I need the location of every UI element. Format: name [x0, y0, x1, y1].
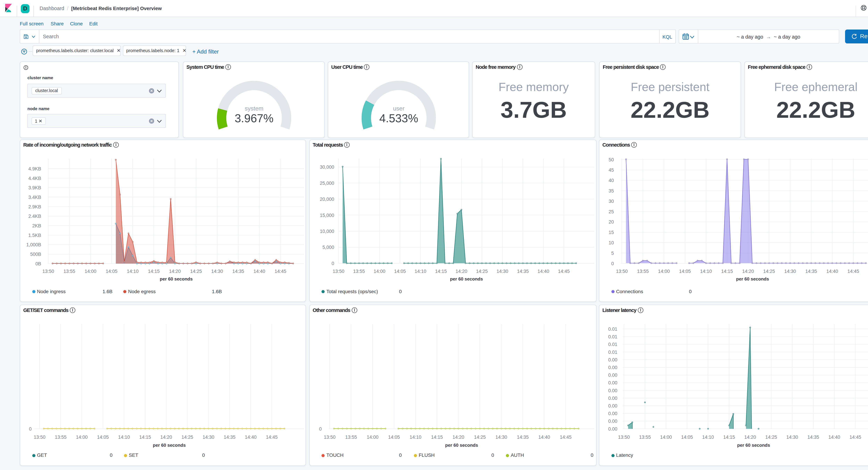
svg-text:0: 0 [611, 261, 614, 266]
svg-text:3.967%: 3.967% [235, 112, 274, 125]
svg-text:14:35: 14:35 [517, 435, 529, 440]
svg-text:14:35: 14:35 [224, 435, 236, 440]
svg-text:14:25: 14:25 [476, 268, 488, 274]
svg-text:14:40: 14:40 [826, 268, 838, 274]
svg-text:14:05: 14:05 [97, 435, 109, 440]
svg-text:14:10: 14:10 [702, 435, 714, 440]
svg-text:14:20: 14:20 [160, 435, 172, 440]
svg-text:14:45: 14:45 [266, 435, 278, 440]
svg-text:14:35: 14:35 [232, 268, 244, 274]
svg-text:0.00: 0.00 [608, 419, 617, 424]
svg-text:5,000: 5,000 [322, 244, 334, 250]
svg-text:20,000: 20,000 [319, 197, 334, 202]
svg-text:14:25: 14:25 [190, 268, 202, 274]
svg-text:14:10: 14:10 [118, 435, 130, 440]
svg-text:25: 25 [609, 209, 614, 214]
svg-text:5: 5 [611, 251, 614, 256]
svg-text:0.01: 0.01 [608, 350, 617, 355]
svg-text:14:00: 14:00 [367, 435, 378, 440]
svg-text:14:40: 14:40 [538, 435, 550, 440]
svg-text:per 60 seconds: per 60 seconds [445, 443, 478, 448]
svg-text:14:30: 14:30 [203, 435, 214, 440]
svg-text:14:15: 14:15 [721, 268, 733, 274]
svg-text:14:15: 14:15 [139, 435, 151, 440]
svg-text:14:25: 14:25 [181, 435, 193, 440]
svg-text:0: 0 [29, 427, 32, 432]
svg-text:14:10: 14:10 [414, 268, 426, 274]
svg-text:13:55: 13:55 [55, 435, 67, 440]
svg-text:13:55: 13:55 [64, 268, 75, 274]
svg-text:4.4KB: 4.4KB [28, 176, 41, 181]
svg-text:30,000: 30,000 [319, 164, 334, 170]
svg-text:0.00: 0.00 [608, 373, 617, 378]
svg-text:10,000: 10,000 [319, 229, 334, 234]
svg-text:14:40: 14:40 [253, 268, 265, 274]
svg-text:13:50: 13:50 [42, 268, 54, 274]
svg-text:system: system [245, 105, 264, 112]
svg-text:14:15: 14:15 [435, 268, 447, 274]
svg-text:user: user [393, 105, 404, 112]
svg-text:14:05: 14:05 [106, 268, 118, 274]
svg-text:per 60 seconds: per 60 seconds [736, 276, 769, 282]
svg-text:14:20: 14:20 [455, 268, 467, 274]
svg-text:13:50: 13:50 [616, 268, 628, 274]
svg-text:14:00: 14:00 [658, 268, 670, 274]
svg-text:14:00: 14:00 [76, 435, 88, 440]
svg-text:14:40: 14:40 [537, 268, 549, 274]
svg-text:0.00: 0.00 [608, 365, 617, 370]
svg-text:2KB: 2KB [32, 223, 41, 228]
svg-text:14:15: 14:15 [431, 435, 443, 440]
svg-text:13:55: 13:55 [345, 435, 357, 440]
svg-text:13:50: 13:50 [323, 435, 335, 440]
svg-text:13:55: 13:55 [353, 268, 365, 274]
svg-text:3.4KB: 3.4KB [28, 195, 41, 200]
svg-text:14:30: 14:30 [496, 268, 508, 274]
svg-text:0.00: 0.00 [608, 388, 617, 393]
svg-text:14:05: 14:05 [394, 268, 406, 274]
svg-text:14:15: 14:15 [148, 268, 160, 274]
svg-text:15,000: 15,000 [319, 213, 334, 218]
svg-text:14:00: 14:00 [660, 435, 672, 440]
svg-text:45: 45 [609, 167, 614, 173]
svg-text:20: 20 [609, 219, 614, 225]
svg-text:14:25: 14:25 [766, 435, 777, 440]
svg-text:14:35: 14:35 [517, 268, 529, 274]
svg-text:14:20: 14:20 [453, 435, 464, 440]
svg-text:14:10: 14:10 [700, 268, 712, 274]
svg-text:500B: 500B [30, 252, 41, 257]
svg-text:14:05: 14:05 [681, 435, 693, 440]
svg-text:13:50: 13:50 [333, 268, 344, 274]
svg-text:14:20: 14:20 [744, 435, 756, 440]
svg-text:13:50: 13:50 [618, 435, 630, 440]
svg-text:40: 40 [609, 178, 614, 183]
svg-text:4.533%: 4.533% [379, 112, 418, 125]
svg-text:0.01: 0.01 [608, 342, 617, 347]
svg-text:14:45: 14:45 [560, 435, 571, 440]
svg-text:per 60 seconds: per 60 seconds [450, 276, 483, 282]
svg-text:14:30: 14:30 [495, 435, 507, 440]
svg-text:14:10: 14:10 [409, 435, 421, 440]
svg-text:0.00: 0.00 [608, 357, 617, 362]
svg-text:30: 30 [609, 199, 614, 204]
svg-text:14:05: 14:05 [679, 268, 691, 274]
svg-text:50: 50 [609, 157, 614, 162]
svg-text:0B: 0B [35, 261, 41, 266]
svg-text:14:20: 14:20 [742, 268, 754, 274]
svg-text:1,000B: 1,000B [26, 242, 41, 247]
svg-text:4.9KB: 4.9KB [28, 166, 41, 171]
svg-text:0.01: 0.01 [608, 334, 617, 340]
svg-text:per 60 seconds: per 60 seconds [160, 276, 192, 282]
svg-text:10: 10 [609, 240, 614, 245]
svg-text:14:05: 14:05 [388, 435, 400, 440]
svg-text:0.00: 0.00 [608, 427, 617, 432]
svg-text:14:00: 14:00 [85, 268, 96, 274]
svg-text:14:00: 14:00 [373, 268, 385, 274]
svg-text:14:35: 14:35 [805, 268, 817, 274]
svg-text:2.4KB: 2.4KB [28, 213, 41, 219]
svg-text:14:40: 14:40 [245, 435, 256, 440]
svg-text:13:50: 13:50 [34, 435, 45, 440]
svg-text:14:45: 14:45 [847, 268, 859, 274]
svg-text:0: 0 [319, 427, 321, 432]
svg-text:14:10: 14:10 [127, 268, 139, 274]
svg-text:13:55: 13:55 [637, 268, 649, 274]
